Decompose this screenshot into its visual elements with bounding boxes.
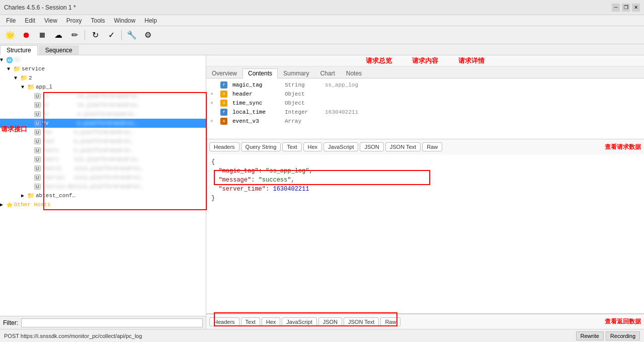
menu-file[interactable]: File xyxy=(2,16,20,25)
tab-overview[interactable]: Overview xyxy=(206,68,243,78)
expand-icon[interactable]: ▶ xyxy=(0,202,6,208)
resp-tab-javascript[interactable]: JavaScript xyxy=(282,317,316,326)
resp-row: + A event_v3 Array xyxy=(210,117,640,126)
type-icon: O xyxy=(220,100,227,107)
menu-edit[interactable]: Edit xyxy=(21,16,39,25)
response-table: f magic_tag String ss_app_log + O header… xyxy=(206,78,644,139)
menu-help[interactable]: Help xyxy=(140,16,161,25)
expand-icon[interactable]: ▶ xyxy=(21,193,27,199)
type-name: Object xyxy=(281,91,321,97)
tree-row[interactable]: U ?ve e_platform=androi… xyxy=(0,128,206,137)
restore-button[interactable]: ❐ xyxy=(622,4,630,12)
tree-row[interactable]: ▼ 📁 service xyxy=(0,64,206,73)
req-tab-hex[interactable]: Hex xyxy=(303,142,323,151)
resp-tab-text[interactable]: Text xyxy=(241,317,260,326)
request-param: ice_platform=androi… xyxy=(74,156,140,162)
tree-row[interactable]: ▼ 🌐 ht xyxy=(0,55,206,64)
request-param: e_platform=androi… xyxy=(77,111,137,117)
stop-button[interactable]: ⏹ xyxy=(35,28,49,42)
json-line: } xyxy=(211,194,639,203)
annotation-view-request: 查看请求数据 xyxy=(605,143,641,151)
req-tab-json-text[interactable]: JSON Text xyxy=(385,142,421,151)
resp-tab-json-text[interactable]: JSON Text xyxy=(344,317,379,326)
resp-tab-json[interactable]: JSON xyxy=(318,317,342,326)
tab-chart[interactable]: Chart xyxy=(314,68,340,78)
expand-icon[interactable]: ▼ xyxy=(14,75,20,81)
key-name: event_v3 xyxy=(230,118,281,124)
annotation-request-total: 请求总览 xyxy=(366,56,392,65)
tree-row[interactable]: U ?v ce_platform=androi… xyxy=(0,101,206,110)
new-button[interactable]: 🌟 xyxy=(3,28,17,42)
menu-proxy[interactable]: Proxy xyxy=(62,16,86,25)
req-tab-querystring[interactable]: Query String xyxy=(241,142,281,151)
tree-row[interactable]: ▼ 📁 app_l xyxy=(0,82,206,92)
close-button[interactable]: ✕ xyxy=(632,4,640,12)
tab-contents[interactable]: Contents xyxy=(243,68,278,78)
resp-tab-hex[interactable]: Hex xyxy=(262,317,281,326)
rewrite-button[interactable]: Rewrite xyxy=(576,331,604,340)
validate-button[interactable]: ✓ xyxy=(104,28,118,42)
req-tab-headers[interactable]: Headers xyxy=(209,142,239,151)
tree-row[interactable]: U ?versi vice_platform=androi… xyxy=(0,164,206,173)
menubar: File Edit View Proxy Tools Window Help xyxy=(0,15,644,26)
minimize-button[interactable]: ─ xyxy=(612,4,620,12)
tree-row-selected[interactable]: U ?v e_platform=androi… xyxy=(0,119,206,128)
annotation-view-response: 查看返回数据 xyxy=(605,317,641,326)
clear-button[interactable]: ☁ xyxy=(51,28,65,42)
tree-row[interactable]: ▶ 📁 abtest_conf… xyxy=(0,191,206,200)
tab-structure[interactable]: Structure xyxy=(0,45,38,55)
expand-btn[interactable]: + xyxy=(210,92,220,97)
tree-row[interactable]: U ?versic vice_platform=androi… xyxy=(0,173,206,182)
method-badge: U xyxy=(34,138,41,144)
key-name: magic_tag xyxy=(230,82,281,88)
req-tab-javascript[interactable]: JavaScript xyxy=(324,142,358,151)
key-name: time_sync xyxy=(230,100,281,106)
folder-label: service xyxy=(22,66,45,72)
record-button[interactable]: ⏺ xyxy=(19,28,33,42)
expand-btn[interactable] xyxy=(210,82,220,88)
expand-icon[interactable]: ▼ xyxy=(21,84,27,90)
expand-icon[interactable]: ▼ xyxy=(7,66,13,72)
tab-sequence[interactable]: Sequence xyxy=(39,45,79,55)
tree-row[interactable]: U ?vers e_platform=androi… xyxy=(0,146,206,155)
tree-row[interactable]: U ?ver e_platform=androi… xyxy=(0,137,206,146)
request-name: ?v xyxy=(42,120,75,126)
tree-row[interactable]: U ?v e_platform=androi… xyxy=(0,110,206,119)
req-tab-text[interactable]: Text xyxy=(282,142,301,151)
expand-icon[interactable]: ▼ xyxy=(0,57,6,63)
bottom-section: Headers Text Hex JavaScript JSON JSON Te… xyxy=(206,313,644,329)
expand-btn[interactable]: + xyxy=(210,101,220,106)
resp-tab-headers[interactable]: Headers xyxy=(209,317,239,326)
type-icon: f xyxy=(220,109,227,116)
type-name: Array xyxy=(281,118,321,124)
pen-button[interactable]: ✏ xyxy=(67,28,82,42)
expand-btn[interactable]: + xyxy=(210,119,220,124)
struct-tabs: Structure Sequence xyxy=(0,44,644,55)
recording-button[interactable]: Recording xyxy=(606,331,640,340)
method-badge: U xyxy=(34,120,41,126)
expand-btn[interactable] xyxy=(210,110,220,115)
filter-input[interactable] xyxy=(21,318,203,327)
request-name: ?v xyxy=(42,102,75,108)
req-tab-json[interactable]: JSON xyxy=(360,142,383,151)
tree-row[interactable]: U ?vers ice_platform=androi… xyxy=(0,155,206,164)
tab-notes[interactable]: Notes xyxy=(341,68,367,78)
menu-view[interactable]: View xyxy=(40,16,61,25)
refresh-button[interactable]: ↻ xyxy=(88,28,102,42)
menu-tools[interactable]: Tools xyxy=(87,16,109,25)
tree-row[interactable]: ▼ 📁 2 xyxy=(0,73,206,82)
req-tab-raw[interactable]: Raw xyxy=(422,142,442,151)
resp-row: + O header Object xyxy=(210,90,640,99)
tab-summary[interactable]: Summary xyxy=(278,68,314,78)
settings-button[interactable]: ⚙ xyxy=(141,28,155,42)
tools-button[interactable]: 🔧 xyxy=(125,28,139,42)
tree-row[interactable]: U ?v ce_platform=androi… xyxy=(0,92,206,101)
window-title: Charles 4.5.6 - Session 1 * xyxy=(4,4,76,11)
resp-tab-raw[interactable]: Raw xyxy=(380,317,400,326)
value-text: 1630402211 xyxy=(321,109,422,115)
tree-row[interactable]: U ?versio device_platform=androi… xyxy=(0,182,206,191)
menu-window[interactable]: Window xyxy=(110,16,140,25)
request-name: ?ve xyxy=(42,129,72,135)
request-tabs-row: Headers Query String Text Hex JavaScript… xyxy=(206,139,644,154)
tree-row-other-hosts[interactable]: ▶ ⭐ Other Hosts xyxy=(0,200,206,209)
